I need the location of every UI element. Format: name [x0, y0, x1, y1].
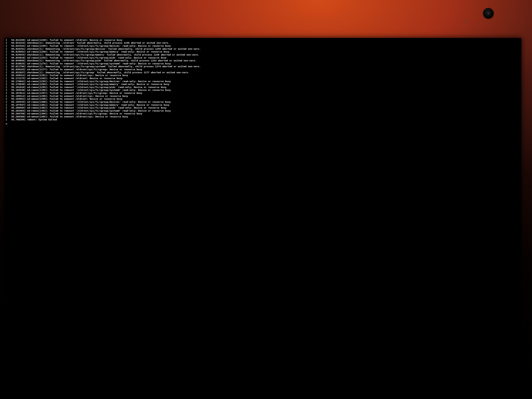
webcam-led [465, 21, 467, 22]
console-line: [ 95.197947] sd-remou[1301]: Failed to r… [6, 104, 520, 107]
console-line: [ 94.843010] sd-remou[1253]: Failed to r… [6, 56, 520, 59]
console-line: [ 95.204768] sd-umoun[1304]: Failed to u… [6, 112, 520, 115]
console-line: [ 95.206366] sd-umoun[1305]: Failed to u… [6, 115, 520, 118]
console-line: [ 95.169411] sd-umoun[1291]: Failed to u… [6, 74, 520, 77]
cursor [6, 124, 7, 124]
console-line: [ 95.172175] sd-umoun[1292]: Failed to u… [6, 77, 520, 80]
console-line: [ 95.187011] sd-umoun[1297]: Failed to u… [6, 92, 520, 95]
console-line: [ 95.200505] sd-remou[1302]: Failed to r… [6, 106, 520, 109]
console-line: [ 95.184530] sd-remou[1296]: Failed to r… [6, 89, 520, 92]
console-line: [ 94.823153] shutdown[1]: Unmounting '/o… [6, 42, 520, 44]
console-line: [ 95.181616] sd-remou[1295]: Failed to r… [6, 86, 520, 89]
console-line: [ 95.176041] sd-remou[1293]: Failed to r… [6, 80, 520, 83]
console-line: [ 94.844098] shutdown[1]: Remounting '/o… [6, 59, 520, 62]
webcam-lens [483, 8, 494, 19]
console-line: [ 95.790299] reboot: System halted [6, 118, 520, 121]
console-line: [ 95.010825] sd-remou[1274]: Failed to r… [6, 62, 520, 65]
console-line: [ 94.829555] shutdown[1]: Remounting '/o… [6, 53, 520, 56]
console-line: [ 95.202964] sd-remou[1303]: Failed to r… [6, 109, 520, 112]
console-line: [ 94.822289] sd-umoun[1248]: Failed to u… [6, 39, 520, 42]
console-line: [ 95.030183] sd-umoun[1277]: Failed to u… [6, 68, 520, 71]
terminal-screen: [ 94.822289] sd-umoun[1248]: Failed to u… [4, 38, 521, 391]
console-line: [ 94.826191] shutdown[1]: Remounting '/o… [6, 48, 520, 51]
console-line: [ 94.828562] sd-remou[1250]: Failed to r… [6, 50, 520, 53]
console-line: [ 94.825332] sd-remou[1249]: Failed to r… [6, 44, 520, 48]
console-line: [ 95.193052] sd-umoun[1299]: Failed to u… [6, 98, 520, 101]
console-line: [ 95.189312] sd-umoun[1298]: Failed to u… [6, 95, 520, 98]
console-line: [ 95.178836] sd-remou[1294]: Failed to r… [6, 83, 520, 86]
console-line: [ 95.195535] sd-remou[1300]: Failed to r… [6, 101, 520, 104]
console-line: [ 95.011796] shutdown[1]: Remounting '/o… [6, 65, 520, 68]
console-line: [ 95.031037] shutdown[1]: Unmounting '/o… [6, 71, 520, 74]
cursor-line [6, 121, 520, 124]
kernel-console-output: [ 94.822289] sd-umoun[1248]: Failed to u… [6, 39, 520, 124]
